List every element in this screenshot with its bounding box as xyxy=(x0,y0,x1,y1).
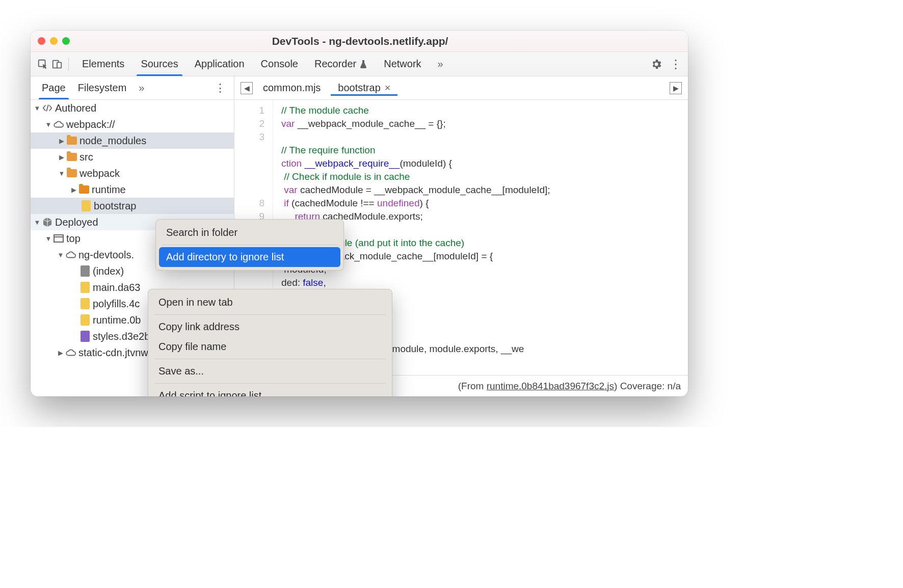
tree-label: runtime xyxy=(92,184,126,196)
tree-label: Authored xyxy=(55,102,96,114)
chevron-right-icon: ▶ xyxy=(58,153,65,161)
folder-context-menu: Search in folder Add directory to ignore… xyxy=(155,219,344,271)
chevron-down-icon: ▼ xyxy=(34,219,41,226)
divider xyxy=(68,58,69,71)
chevron-down-icon: ▼ xyxy=(58,170,65,177)
tree-label: runtime.0b xyxy=(93,314,141,326)
js-file-icon xyxy=(79,314,91,326)
editor-tab-label: common.mjs xyxy=(263,82,321,94)
tree-label: top xyxy=(66,233,81,245)
page-file-icon xyxy=(79,265,91,277)
titlebar: DevTools - ng-devtools.netlify.app/ xyxy=(31,31,688,52)
tree-runtime-folder[interactable]: ▶ runtime xyxy=(31,181,234,198)
cloud-icon xyxy=(65,249,76,260)
chevron-right-icon: ▶ xyxy=(57,349,64,357)
tree-webpack-scheme[interactable]: ▼ webpack:// xyxy=(31,116,234,132)
tree-webpack-folder[interactable]: ▼ webpack xyxy=(31,165,234,181)
menu-save-as[interactable]: Save as... xyxy=(151,361,389,381)
folder-icon xyxy=(78,184,90,195)
chevron-down-icon: ▼ xyxy=(45,121,52,128)
tab-elements[interactable]: Elements xyxy=(74,52,132,76)
js-file-icon xyxy=(81,200,92,211)
tab-console[interactable]: Console xyxy=(253,52,306,76)
chevron-down-icon: ▼ xyxy=(57,251,64,259)
tree-label: webpack xyxy=(79,168,120,179)
chevron-right-icon: ▶ xyxy=(58,137,65,145)
close-tab-icon[interactable]: × xyxy=(385,82,391,94)
editor-tab-common[interactable]: common.mjs xyxy=(256,80,328,96)
svg-rect-3 xyxy=(54,235,63,242)
menu-copy-link[interactable]: Copy link address xyxy=(151,317,389,337)
tab-network[interactable]: Network xyxy=(376,52,429,76)
tree-label: (index) xyxy=(93,265,124,277)
folder-icon xyxy=(66,135,77,146)
source-origin-link[interactable]: runtime.0b841bad3967f3c2.js xyxy=(487,381,614,391)
kebab-menu-icon[interactable]: ⋮ xyxy=(670,57,682,71)
cloud-icon xyxy=(65,347,76,358)
cloud-icon xyxy=(53,119,64,130)
tab-recorder-label: Recorder xyxy=(314,58,356,70)
tree-label: node_modules xyxy=(79,135,146,147)
tab-application[interactable]: Application xyxy=(187,52,253,76)
editor-tab-bootstrap[interactable]: bootstrap × xyxy=(331,80,397,96)
menu-search-in-folder[interactable]: Search in folder xyxy=(159,223,340,243)
tree-label: Deployed xyxy=(55,217,98,228)
flask-icon xyxy=(359,60,367,69)
nav-tabs-overflow[interactable]: » xyxy=(132,76,150,99)
tree-label: ng-devtools. xyxy=(78,249,134,261)
chevron-down-icon: ▼ xyxy=(45,235,52,243)
menu-divider xyxy=(162,245,337,245)
folder-icon xyxy=(66,168,77,179)
menu-divider xyxy=(154,359,386,359)
css-file-icon xyxy=(79,331,91,342)
nav-tab-filesystem[interactable]: Filesystem xyxy=(72,76,133,99)
menu-divider xyxy=(154,314,386,315)
tree-label: webpack:// xyxy=(66,119,115,130)
menu-divider xyxy=(154,383,386,384)
editor-tab-label: bootstrap xyxy=(338,82,380,94)
settings-icon[interactable] xyxy=(650,58,662,70)
folder-icon xyxy=(66,151,77,163)
chevron-down-icon: ▼ xyxy=(34,104,41,112)
menu-open-new-tab[interactable]: Open in new tab xyxy=(151,292,389,312)
menu-add-script-ignore[interactable]: Add script to ignore list xyxy=(151,386,389,396)
navigator-kebab-icon[interactable]: ⋮ xyxy=(211,82,229,95)
window-title: DevTools - ng-devtools.netlify.app/ xyxy=(39,35,681,47)
tree-bootstrap-file[interactable]: bootstrap xyxy=(31,198,234,214)
tab-recorder[interactable]: Recorder xyxy=(306,52,376,76)
svg-rect-2 xyxy=(57,62,61,68)
tree-label: src xyxy=(79,151,93,163)
tree-src[interactable]: ▶ src xyxy=(31,149,234,165)
device-toggle-icon[interactable] xyxy=(51,58,63,70)
navigator-tabs: Page Filesystem » ⋮ xyxy=(31,76,234,100)
tree-node-modules[interactable]: ▶ node_modules xyxy=(31,132,234,149)
js-file-icon xyxy=(79,282,91,293)
nav-tab-page[interactable]: Page xyxy=(36,76,72,99)
inspect-icon[interactable] xyxy=(37,58,49,70)
menu-copy-file-name[interactable]: Copy file name xyxy=(151,337,389,357)
panel-tabs: Elements Sources Application Console Rec… xyxy=(74,52,648,76)
tabs-overflow[interactable]: » xyxy=(430,52,452,76)
devtools-window: DevTools - ng-devtools.netlify.app/ Elem… xyxy=(31,31,688,396)
editor-tabs: ◀ common.mjs bootstrap × ▶ xyxy=(234,76,688,100)
frame-icon xyxy=(53,233,64,244)
menu-add-directory-ignore[interactable]: Add directory to ignore list xyxy=(159,247,340,267)
tree-authored[interactable]: ▼ Authored xyxy=(31,100,234,116)
code-icon xyxy=(42,102,53,114)
chevron-right-icon: ▶ xyxy=(70,186,77,194)
tree-label: main.da63 xyxy=(93,282,140,293)
devtools-toolbar: Elements Sources Application Console Rec… xyxy=(31,52,688,76)
tree-label: bootstrap xyxy=(94,200,136,212)
tab-sources[interactable]: Sources xyxy=(132,52,186,76)
file-nav-next-icon[interactable]: ▶ xyxy=(670,82,682,94)
source-origin: (From runtime.0b841bad3967f3c2.js) Cover… xyxy=(458,381,681,392)
deployed-icon xyxy=(42,217,53,228)
js-file-icon xyxy=(79,298,91,309)
file-context-menu: Open in new tab Copy link address Copy f… xyxy=(148,289,392,396)
tree-label: polyfills.4c xyxy=(93,298,140,310)
file-nav-prev-icon[interactable]: ◀ xyxy=(241,82,253,94)
